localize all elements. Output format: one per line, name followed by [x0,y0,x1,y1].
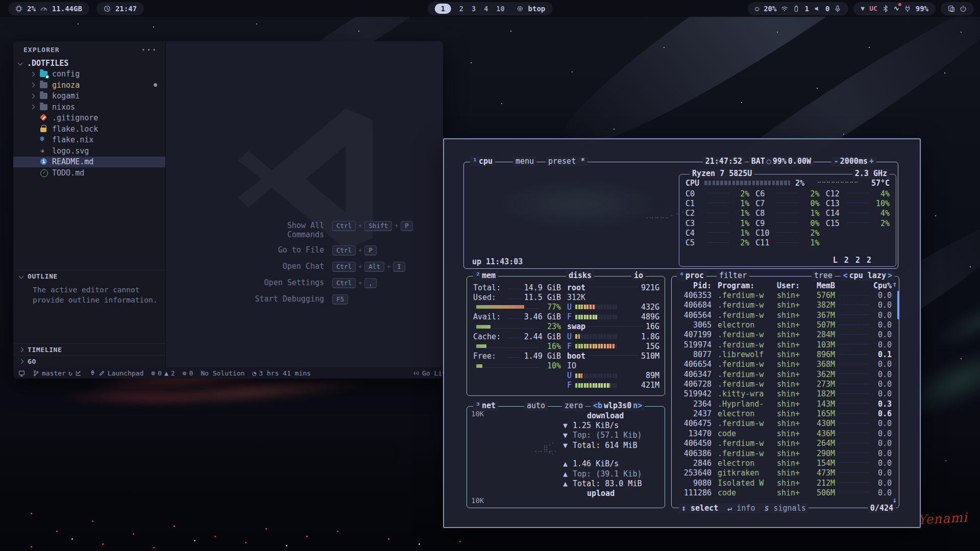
workspace-button[interactable]: 3 [472,5,476,13]
keybinding-row: Start Debugging F5 [253,294,413,305]
file-icon [40,115,47,121]
process-row[interactable]: 8077 .librewolf shin+ 896M 0.1 [672,349,899,359]
net-zero-toggle[interactable]: zero [562,401,585,411]
process-row[interactable]: 406353 .ferdium-w shin+ 576M 0.0 [672,290,899,300]
preset-button[interactable]: preset * [546,157,587,166]
outline-section-header[interactable]: OUTLINE [13,270,165,282]
net-axis-bottom: 10K [471,496,484,505]
file-row[interactable]: README.md [13,157,165,168]
feedback-indicator[interactable]: ⊚0 [183,369,193,377]
workspace-button[interactable]: 1 [435,4,451,14]
cpu-usage: 2% [27,5,36,13]
process-row[interactable]: 3065 electron shin+ 507M 0.0 [672,320,899,330]
git-branch-indicator[interactable]: master ↻ [33,369,82,377]
memory-stats: Total: 14.9 GiB Used: 11.5 GiB 77% Avail… [473,283,561,371]
btop-terminal-window: ¹cpu menu preset * 21:47:52 BAT○ 99%0.00… [443,138,921,528]
warning-icon: ▲ [164,369,168,377]
btop-cpu-panel: ¹cpu menu preset * 21:47:52 BAT○ 99%0.00… [463,162,898,269]
remote-indicator[interactable] [18,370,25,377]
proc-sort-selector[interactable]: <cpu lazy> [841,271,895,281]
explorer-root-folder[interactable]: .DOTFILES [13,58,165,69]
disks-label[interactable]: disks [566,271,594,281]
proc-panel-title[interactable]: ⁴proc [677,271,706,281]
menu-button[interactable]: menu [513,157,536,166]
file-row[interactable]: kogami [13,91,165,102]
more-actions-button[interactable]: ··· [141,45,157,55]
file-row[interactable]: nixos [13,102,165,113]
mem-panel-title[interactable]: ²mem [473,271,498,281]
update-interval-control[interactable]: - 2000ms + [831,157,876,166]
file-row[interactable]: .gitignore [13,113,165,124]
process-row[interactable]: 2437 electron shin+ 165M 0.6 [672,409,899,418]
process-row[interactable]: 519974 .ferdium-w shin+ 103M 0.0 [672,340,899,349]
active-window-title[interactable]: btop [528,5,546,13]
pencil-icon [99,370,105,377]
cpu-icon [15,5,22,12]
clipboard-icon[interactable] [948,5,955,12]
interval-increase-button[interactable]: + [869,157,874,166]
io-label[interactable]: io [631,271,646,281]
clock-module[interactable]: 21:47 [96,2,144,15]
process-row[interactable]: 9080 Isolated W shin+ 212M 0.0 [672,478,899,488]
go-section-header[interactable]: GO [13,355,165,367]
process-row[interactable]: 406728 .ferdium-w shin+ 273M 0.0 [672,379,899,389]
process-row[interactable]: 406564 .ferdium-w shin+ 367M 0.0 [672,310,899,320]
solution-indicator[interactable]: No Solution [201,369,244,377]
file-row[interactable]: flake.lock [13,123,165,135]
process-row[interactable]: 406654 .ferdium-w shin+ 368M 0.0 [672,360,899,369]
process-row[interactable]: 406347 .ferdium-w shin+ 362M 0.0 [672,369,899,379]
disk-meter [575,315,617,319]
volume-level: 0 [825,5,829,13]
process-row[interactable]: 2846 electron shin+ 154M 0.0 [672,458,899,468]
keybinding-label: Open Settings [253,278,324,287]
file-row[interactable]: logo.svg [13,145,165,157]
brightness-icon: ○ [755,5,759,12]
process-row[interactable]: 111286 code shin+ 506M 0.0 [672,488,899,497]
interval-decrease-button[interactable]: - [834,157,839,166]
workspace-button[interactable]: 4 [484,5,488,13]
file-row[interactable]: flake.nix [13,135,165,146]
gear-icon [517,5,524,12]
keybinding-row: Open Settings Ctrl+, [253,278,413,288]
file-row[interactable]: ginoza [13,80,165,91]
scroll-up-icon[interactable]: ↑ [892,280,897,289]
workspace-button[interactable]: 10 [496,5,504,13]
connectivity-module[interactable]: ▼ UC ∿ 99% [853,2,936,15]
process-row[interactable]: 519942 .kitty-wra shin+ 182M 0.0 [672,389,899,399]
process-row[interactable]: 13470 code shin+ 436M 0.0 [672,429,899,438]
process-row[interactable]: 406684 .ferdium-w shin+ 382M 0.0 [672,300,899,310]
net-interface-selector[interactable]: <bwlp3s0n> [591,401,645,411]
workspace-list: 123410 [435,4,505,14]
power-icon[interactable] [960,5,967,12]
memory-row: Total: 14.9 GiB [473,283,561,292]
launchpad-indicator[interactable]: Launchpad [89,369,143,377]
go-live-button[interactable]: Go Liv [413,369,443,377]
refresh-icon[interactable]: ↻ [68,369,72,377]
file-row[interactable]: TODO.md [13,167,165,179]
process-row[interactable]: 407199 .ferdium-w shin+ 284M 0.0 [672,330,899,340]
system-stats-module[interactable]: 2% 11.44GB [8,2,89,15]
process-row[interactable]: 253640 gitkraken shin+ 473M 0.0 [672,468,899,478]
file-icon [40,104,47,110]
problems-indicator[interactable]: ⊗0 ▲2 [151,369,175,377]
process-row[interactable]: 2364 .Hyprland- shin+ 143M 0.3 [672,399,899,409]
process-row[interactable]: 406386 .ferdium-w shin+ 290M 0.0 [672,448,899,458]
keybinding-label: Show All Commands [253,221,324,239]
proc-table-header[interactable]: Pid: Program: User: MemB Cpu% [672,281,899,290]
editor-welcome-area: Show All Commands Ctrl+Shift+P Go to Fil… [166,41,443,367]
workspace-button[interactable]: 2 [459,5,463,13]
proc-filter-button[interactable]: filter [717,271,749,281]
net-auto-toggle[interactable]: auto [524,401,548,411]
net-row [563,450,662,459]
wakatime-indicator[interactable]: ◔3 hrs 41 mins [252,369,311,377]
proc-tree-toggle[interactable]: tree [812,271,835,281]
speaker-icon [814,5,821,12]
process-row[interactable]: 406450 .ferdium-w shin+ 264M 0.0 [672,439,899,448]
status-bar: 2% 11.44GB 21:47 123410 btop ○ 20% 1 0 ▼ [0,0,980,17]
timeline-section-header[interactable]: TIMELINE [13,343,165,356]
controls-module[interactable]: ○ 20% 1 0 [748,2,848,15]
proc-scrollbar-thumb[interactable] [897,291,899,319]
file-row[interactable]: config [13,69,165,80]
process-row[interactable]: 406475 .ferdium-w shin+ 430M 0.0 [672,419,899,429]
cpu-panel-title[interactable]: ¹cpu [470,157,495,166]
